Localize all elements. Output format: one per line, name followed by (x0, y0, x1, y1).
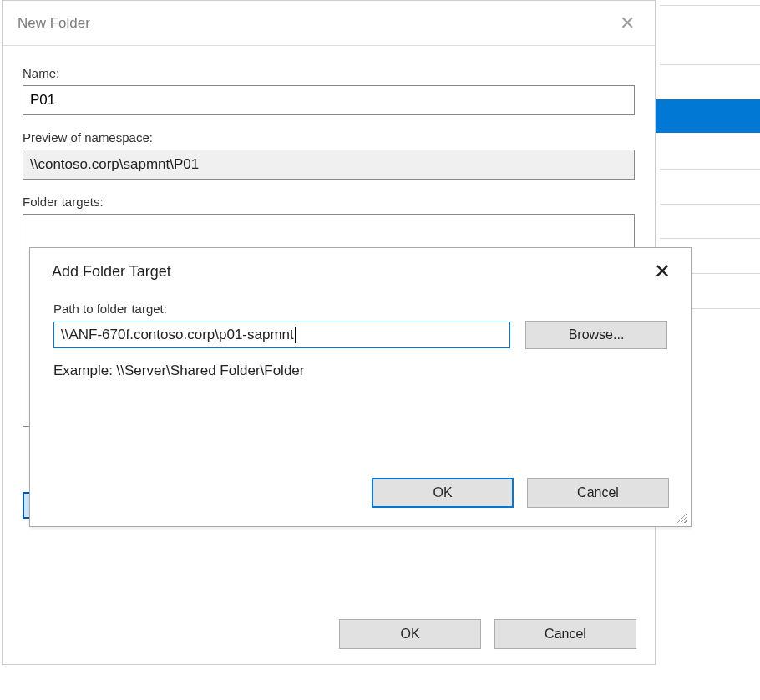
path-input[interactable]: \\ANF-670f.contoso.corp\p01-sapmnt (53, 322, 510, 348)
add-target-title: Add Folder Target (52, 263, 171, 281)
cancel-button[interactable]: Cancel (494, 619, 636, 649)
background-selection (656, 99, 760, 133)
path-label: Path to folder target: (53, 302, 667, 316)
text-caret (295, 327, 296, 343)
new-folder-title: New Folder (18, 15, 90, 32)
add-target-titlebar: Add Folder Target ✕ (30, 248, 691, 295)
resize-grip-icon[interactable] (676, 511, 687, 523)
ok-button[interactable]: OK (339, 619, 481, 649)
cancel-button[interactable]: Cancel (527, 478, 669, 508)
name-label: Name: (23, 66, 635, 80)
close-icon[interactable]: ✕ (646, 256, 679, 287)
path-value: \\ANF-670f.contoso.corp\p01-sapmnt (61, 327, 294, 343)
example-text: Example: \\Server\Shared Folder\Folder (53, 363, 667, 379)
preview-label: Preview of namespace: (23, 130, 635, 145)
preview-value: \\contoso.corp\sapmnt\P01 (23, 150, 635, 180)
close-icon[interactable]: ✕ (611, 9, 643, 38)
browse-button[interactable]: Browse... (525, 321, 667, 349)
new-folder-titlebar: New Folder ✕ (3, 1, 655, 46)
add-folder-target-dialog: Add Folder Target ✕ Path to folder targe… (29, 247, 692, 527)
name-input[interactable] (23, 85, 635, 115)
new-folder-buttons: OK Cancel (339, 619, 636, 649)
folder-targets-label: Folder targets: (23, 195, 635, 209)
add-target-buttons: OK Cancel (372, 478, 669, 508)
ok-button[interactable]: OK (372, 478, 514, 508)
